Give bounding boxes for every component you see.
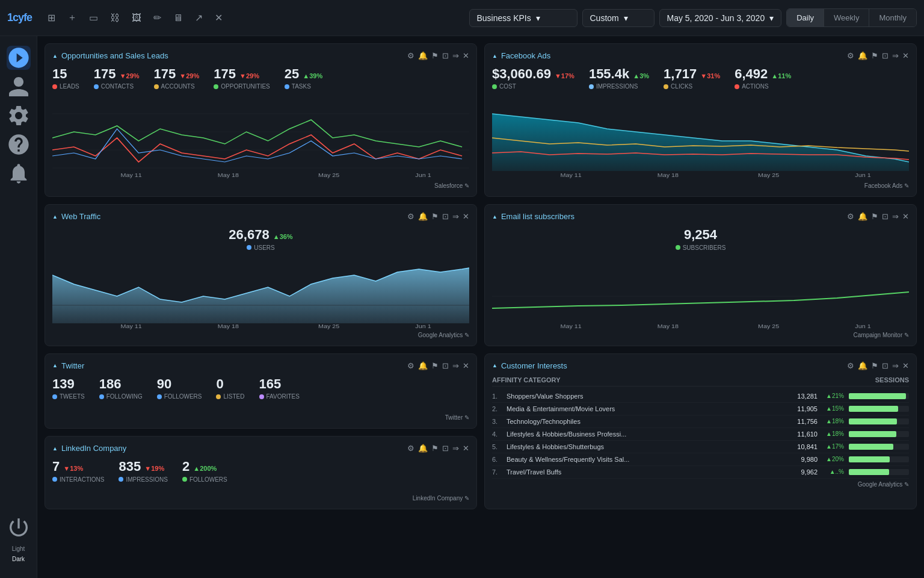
arrow-icon[interactable]: ⇒	[892, 361, 899, 370]
metric-label: OPPORTUNITIES	[214, 83, 270, 90]
dark-theme-button[interactable]: Dark	[10, 555, 27, 564]
date-range-selector[interactable]: May 5, 2020 - Jun 3, 2020 ▾	[659, 9, 782, 27]
gear-icon[interactable]: ⚙	[407, 212, 414, 221]
dashboard-selector[interactable]: Business KPIs ▾	[469, 9, 578, 27]
expand-icon[interactable]: ⊡	[442, 212, 449, 221]
metrics-row: 26,678 ▲36% USERS	[52, 227, 469, 255]
gear-icon[interactable]: ⚙	[847, 51, 854, 60]
arrow-icon[interactable]: ⇒	[452, 212, 459, 221]
chevron-down-icon: ▾	[536, 13, 540, 23]
bell-icon[interactable]: 🔔	[418, 444, 428, 453]
sidebar-item-help[interactable]	[7, 132, 31, 157]
change-value: ▲..%	[822, 468, 844, 475]
metric-value: 90	[157, 376, 202, 392]
bell-icon[interactable]: 🔔	[858, 51, 867, 60]
bar-container	[849, 456, 909, 462]
gear-icon[interactable]: ⚙	[407, 444, 414, 453]
interests-table: AFFINITY CATEGORY SESSIONS 1. Shoppers/V…	[492, 376, 909, 479]
image-icon[interactable]: 🖼	[128, 9, 145, 27]
flag-icon[interactable]: ⚑	[431, 444, 439, 453]
arrow-icon[interactable]: ⇒	[892, 51, 899, 60]
svg-text:May 25: May 25	[318, 172, 340, 178]
light-theme-button[interactable]: Light	[10, 544, 28, 553]
dashboard-grid-icon[interactable]: ⊞	[44, 8, 59, 27]
expand-icon[interactable]: ⊡	[442, 361, 449, 370]
flag-icon[interactable]: ⚑	[871, 212, 878, 221]
flag-icon[interactable]: ⚑	[431, 212, 439, 221]
campaign-monitor-source: Campaign Monitor ✎	[492, 332, 909, 338]
weekly-period-button[interactable]: Weekly	[824, 9, 869, 26]
svg-text:Jun 1: Jun 1	[415, 172, 431, 178]
sidebar-item-users[interactable]	[7, 75, 31, 99]
metric-impressions-li: 835 ▼19% IMPRESSIONS	[119, 459, 167, 482]
monitor-icon[interactable]: ▭	[85, 8, 102, 27]
share-icon[interactable]: ↗	[191, 8, 206, 27]
widget-header: Email list subscribers ⚙ 🔔 ⚑ ⊡ ⇒ ✕	[492, 212, 909, 221]
bar-fill	[849, 418, 897, 424]
bell-icon[interactable]: 🔔	[418, 51, 428, 60]
change-value: ▲18%	[822, 430, 844, 437]
close-icon[interactable]: ✕	[902, 212, 909, 221]
bell-icon[interactable]: 🔔	[418, 212, 428, 221]
date-preset-selector[interactable]: Custom ▾	[582, 9, 654, 27]
monthly-period-button[interactable]: Monthly	[869, 9, 916, 26]
svg-text:Jun 1: Jun 1	[415, 323, 431, 329]
arrow-icon[interactable]: ⇒	[452, 51, 459, 60]
close-icon[interactable]: ✕	[463, 212, 469, 221]
bell-icon[interactable]: 🔔	[858, 361, 867, 370]
category-name: Shoppers/Value Shoppers	[507, 393, 783, 400]
sidebar-item-dashboard[interactable]	[7, 46, 31, 70]
list-item: 4. Lifestyles & Hobbies/Business Profess…	[492, 428, 909, 441]
list-item: 7. Travel/Travel Buffs 9,962 ▲..%	[492, 466, 909, 479]
sidebar: Light Dark	[0, 36, 37, 578]
list-item: 3. Technology/Technophiles 11,756 ▲18%	[492, 415, 909, 428]
link-icon[interactable]: ⛓	[106, 9, 123, 27]
close-icon[interactable]: ✕	[463, 444, 469, 453]
gear-icon[interactable]: ⚙	[847, 361, 854, 370]
flag-icon[interactable]: ⚑	[871, 51, 878, 60]
arrow-icon[interactable]: ⇒	[452, 444, 459, 453]
metric-label: TWEETS	[52, 393, 85, 400]
sidebar-item-settings[interactable]	[7, 104, 31, 128]
edit-icon[interactable]: ✏	[150, 8, 165, 27]
close-topbar-icon[interactable]: ✕	[211, 8, 226, 27]
close-icon[interactable]: ✕	[463, 51, 469, 60]
close-icon[interactable]: ✕	[463, 361, 469, 370]
bar-container	[849, 431, 909, 437]
daily-period-button[interactable]: Daily	[787, 9, 824, 26]
metric-label: FAVORITES	[259, 393, 300, 400]
expand-icon[interactable]: ⊡	[442, 51, 449, 60]
metric-users: 26,678 ▲36% USERS	[229, 227, 292, 250]
widget-actions: ⚙ 🔔 ⚑ ⊡ ⇒ ✕	[847, 212, 909, 221]
expand-icon[interactable]: ⊡	[882, 212, 889, 221]
metric-value: 6,492 ▲11%	[735, 66, 791, 82]
google-analytics-source: Google Analytics ✎	[52, 332, 469, 338]
arrow-icon[interactable]: ⇒	[452, 361, 459, 370]
bell-icon[interactable]: 🔔	[418, 361, 428, 370]
sidebar-item-notifications[interactable]	[7, 161, 31, 185]
metric-value: 15	[52, 66, 79, 82]
expand-icon[interactable]: ⊡	[882, 361, 889, 370]
close-icon[interactable]: ✕	[902, 51, 909, 60]
close-icon[interactable]: ✕	[902, 361, 909, 370]
sidebar-item-power[interactable]	[7, 515, 31, 539]
gear-icon[interactable]: ⚙	[407, 51, 414, 60]
metrics-row: 15 LEADS 175 ▼29% CONTACTS 175 ▼29% ACCO…	[52, 66, 469, 95]
metric-interactions: 7 ▼13% INTERACTIONS	[52, 459, 104, 482]
add-icon[interactable]: ＋	[64, 8, 81, 28]
flag-icon[interactable]: ⚑	[871, 361, 878, 370]
bell-icon[interactable]: 🔔	[858, 212, 867, 221]
flag-icon[interactable]: ⚑	[431, 51, 439, 60]
expand-icon[interactable]: ⊡	[882, 51, 889, 60]
metric-value: $3,060.69 ▼17%	[492, 66, 574, 82]
arrow-icon[interactable]: ⇒	[892, 212, 899, 221]
screen-icon[interactable]: 🖥	[170, 9, 186, 27]
logo: 1cyfe	[7, 11, 32, 24]
gear-icon[interactable]: ⚙	[847, 212, 854, 221]
metric-label: SUBSCRIBERS	[676, 244, 726, 251]
gear-icon[interactable]: ⚙	[407, 361, 414, 370]
expand-icon[interactable]: ⊡	[442, 444, 449, 453]
metric-label: LEADS	[52, 83, 79, 90]
svg-text:May 25: May 25	[758, 323, 780, 329]
flag-icon[interactable]: ⚑	[431, 361, 439, 370]
